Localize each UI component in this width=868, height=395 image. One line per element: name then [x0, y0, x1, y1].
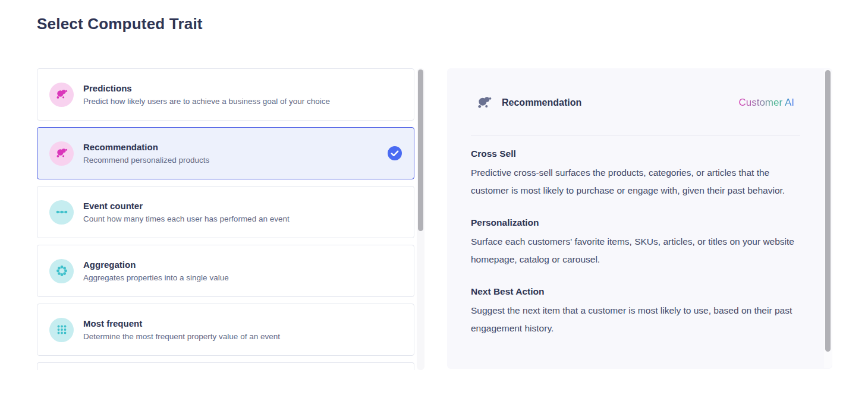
- list-item-text: Recommendation Recommend personalized pr…: [83, 142, 209, 165]
- list-item-recommendation[interactable]: Recommendation Recommend personalized pr…: [37, 127, 414, 179]
- section-text: Predictive cross-sell surfaces the produ…: [471, 164, 799, 200]
- list-item-title: Predictions: [83, 83, 330, 93]
- detail-panel-body: Cross Sell Predictive cross-sell surface…: [471, 148, 799, 355]
- list-item-most-frequent[interactable]: Most frequent Determine the most frequen…: [37, 304, 414, 356]
- section-heading: Personalization: [471, 217, 799, 228]
- section-cross-sell: Cross Sell Predictive cross-sell surface…: [471, 148, 799, 200]
- trait-list: Predictions Predict how likely users are…: [37, 68, 414, 370]
- list-item-predictions[interactable]: Predictions Predict how likely users are…: [37, 68, 414, 121]
- select-computed-trait-page: Select Computed Trait Predictions Predic…: [0, 0, 868, 395]
- section-heading: Cross Sell: [471, 148, 799, 159]
- recommendation-blob-icon: [49, 141, 74, 166]
- section-heading: Next Best Action: [471, 286, 799, 297]
- detail-panel-title: Recommendation: [502, 97, 581, 108]
- list-item-title: Event counter: [83, 201, 290, 211]
- trait-list-scrollbar-thumb[interactable]: [418, 69, 423, 231]
- event-counter-dot-chain-icon: [49, 200, 74, 225]
- list-item-partial[interactable]: [37, 362, 414, 370]
- predictions-blob-icon: [49, 83, 74, 107]
- list-item-text: Predictions Predict how likely users are…: [83, 83, 330, 106]
- recommendation-blob-icon-gray: [476, 94, 493, 112]
- most-frequent-dot-grid-icon: [49, 318, 74, 342]
- aggregation-dot-ring-icon: [49, 259, 74, 283]
- divider: [471, 135, 800, 135]
- list-item-title: Aggregation: [83, 260, 229, 270]
- section-personalization: Personalization Surface each customers' …: [471, 217, 799, 268]
- list-item-description: Determine the most frequent property val…: [83, 332, 280, 341]
- list-item-text: Aggregation Aggregates properties into a…: [83, 260, 229, 282]
- section-text: Suggest the next item that a customer is…: [471, 302, 799, 337]
- check-circle-icon: [388, 146, 402, 160]
- list-item-event-counter[interactable]: Event counter Count how many times each …: [37, 186, 414, 238]
- list-item-text: Event counter Count how many times each …: [83, 201, 290, 223]
- list-item-description: Count how many times each user has perfo…: [83, 214, 290, 223]
- list-item-title: Most frequent: [83, 318, 280, 328]
- section-next-best-action: Next Best Action Suggest the next item t…: [471, 286, 799, 337]
- list-item-description: Recommend personalized products: [83, 156, 209, 165]
- trait-detail-panel: Recommendation Customer AI Cross Sell Pr…: [447, 68, 832, 369]
- list-item-description: Aggregates properties into a single valu…: [83, 273, 229, 282]
- list-item-aggregation[interactable]: Aggregation Aggregates properties into a…: [37, 245, 414, 297]
- detail-panel-header: Recommendation Customer AI: [476, 93, 794, 112]
- customer-ai-badge: Customer AI: [738, 97, 794, 109]
- section-text: Surface each customers' favorite items, …: [471, 233, 799, 268]
- detail-panel-scrollbar[interactable]: [824, 69, 832, 368]
- list-item-text: Most frequent Determine the most frequen…: [83, 318, 280, 341]
- list-item-description: Predict how likely users are to achieve …: [83, 97, 330, 106]
- list-item-title: Recommendation: [83, 142, 209, 152]
- trait-list-scrollbar[interactable]: [417, 68, 424, 370]
- page-title: Select Computed Trait: [37, 15, 203, 33]
- detail-panel-scrollbar-thumb[interactable]: [825, 70, 831, 352]
